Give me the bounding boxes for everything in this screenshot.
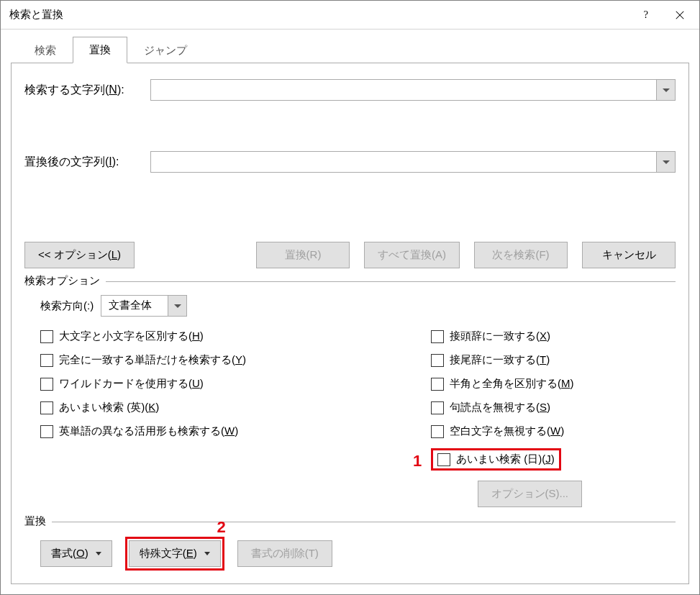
callout-1: 1 (413, 452, 422, 471)
chk-wildcards[interactable]: ワイルドカードを使用する(U) (40, 377, 431, 391)
direction-row: 検索方向(:) 文書全体 (24, 295, 676, 317)
fuzzy-options-button[interactable]: オプション(S)... (478, 481, 583, 507)
chevron-down-icon (663, 160, 670, 164)
replace-dropdown-button[interactable] (656, 152, 675, 172)
direction-dropdown-button[interactable] (168, 296, 186, 316)
chk-suffix[interactable]: 接尾辞に一致する(T) (431, 353, 676, 367)
options-toggle-button[interactable]: << オプション(L) (24, 242, 135, 268)
tab-search[interactable]: 検索 (18, 37, 73, 63)
chevron-down-icon (663, 88, 670, 92)
replace-group: 置換 書式(O) 2 特殊文字(E) (24, 522, 676, 571)
dropdown-triangle-icon (204, 552, 210, 555)
direction-value: 文書全体 (101, 296, 168, 316)
action-button-row: << オプション(L) 置換(R) すべて置換(A) 次を検索(F) キャンセル (24, 242, 676, 268)
find-combobox[interactable] (150, 79, 676, 101)
sub-options-row: オプション(S)... (24, 481, 676, 507)
bottom-buttons: 書式(O) 2 特殊文字(E) 書式の削除(T) (24, 537, 676, 571)
cancel-button[interactable]: キャンセル (582, 242, 676, 268)
chk-word-forms[interactable]: 英単語の異なる活用形も検索する(W) (40, 424, 431, 438)
help-button[interactable]: ? (630, 4, 663, 27)
chk-fuzzy-en[interactable]: あいまい検索 (英)(K) (40, 401, 431, 414)
replace-button[interactable]: 置換(R) (256, 242, 350, 268)
find-dropdown-button[interactable] (656, 80, 675, 100)
find-replace-dialog: 検索と置換 ? 検索 置換 ジャンプ 検索する文字列(N): (0, 0, 700, 595)
direction-label: 検索方向(:) (40, 299, 94, 313)
find-row: 検索する文字列(N): (24, 79, 676, 101)
tab-jump[interactable]: ジャンプ (127, 37, 204, 63)
replace-combobox[interactable] (150, 151, 676, 173)
chk-match-case[interactable]: 大文字と小文字を区別する(H) (40, 330, 431, 343)
search-options-legend: 検索オプション (24, 274, 106, 288)
search-options-group: 検索オプション 検索方向(:) 文書全体 大文字と小文字を区別する(H) 完全に… (24, 281, 676, 507)
replace-all-button[interactable]: すべて置換(A) (364, 242, 460, 268)
tab-replace[interactable]: 置換 (73, 37, 127, 63)
help-icon: ? (642, 10, 652, 20)
dialog-content: 検索 置換 ジャンプ 検索する文字列(N): 置換後の文字列(I): (1, 29, 699, 594)
chk-width[interactable]: 半角と全角を区別する(M) (431, 377, 676, 391)
replace-legend: 置換 (24, 514, 52, 528)
svg-text:?: ? (644, 10, 648, 20)
chk-fuzzy-jp[interactable]: あいまい検索 (日)(J) (437, 453, 555, 466)
replace-label: 置換後の文字列(I): (24, 155, 150, 170)
close-icon (675, 10, 685, 20)
options-left-column: 大文字と小文字を区別する(H) 完全に一致する単語だけを検索する(Y) ワイルド… (40, 330, 431, 471)
options-columns: 大文字と小文字を区別する(H) 完全に一致する単語だけを検索する(Y) ワイルド… (24, 330, 676, 471)
format-button[interactable]: 書式(O) (40, 540, 112, 567)
replace-input[interactable] (151, 152, 656, 172)
window-title: 検索と置換 (9, 8, 630, 22)
highlight-special: 特殊文字(E) (125, 537, 224, 571)
options-right-column: 接頭辞に一致する(X) 接尾辞に一致する(T) 半角と全角を区別する(M) 句読… (431, 330, 676, 471)
close-button[interactable] (663, 4, 696, 27)
chk-punct[interactable]: 句読点を無視する(S) (431, 401, 676, 414)
highlight-special-wrap: 2 特殊文字(E) (125, 537, 224, 571)
tab-panel: 検索する文字列(N): 置換後の文字列(I): << オプション(L (11, 63, 689, 584)
callout-2: 2 (217, 518, 225, 537)
dropdown-triangle-icon (96, 552, 101, 555)
highlight-fuzzy-jp: 1 あいまい検索 (日)(J) (431, 448, 561, 471)
titlebar: 検索と置換 ? (1, 1, 699, 29)
clear-format-button[interactable]: 書式の削除(T) (237, 540, 332, 567)
find-next-button[interactable]: 次を検索(F) (474, 242, 568, 268)
find-label: 検索する文字列(N): (24, 83, 150, 98)
replace-row: 置換後の文字列(I): (24, 151, 676, 173)
special-chars-button[interactable]: 特殊文字(E) (129, 540, 221, 567)
chk-whitespace[interactable]: 空白文字を無視する(W) (431, 424, 676, 438)
tab-strip: 検索 置換 ジャンプ (11, 37, 689, 63)
chk-prefix[interactable]: 接頭辞に一致する(X) (431, 330, 676, 343)
chk-whole-word[interactable]: 完全に一致する単語だけを検索する(Y) (40, 353, 431, 367)
find-input[interactable] (151, 80, 656, 100)
chevron-down-icon (174, 304, 181, 308)
direction-select[interactable]: 文書全体 (101, 295, 187, 317)
